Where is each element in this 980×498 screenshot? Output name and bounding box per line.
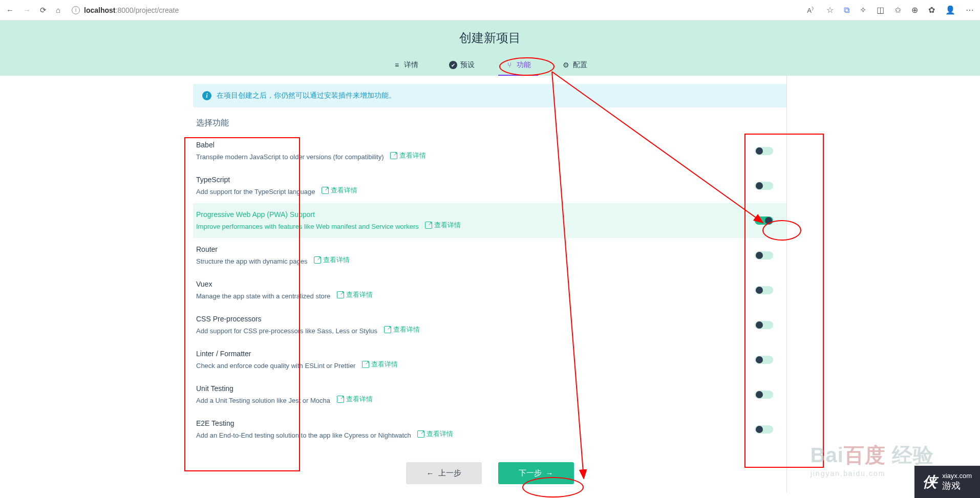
feature-desc: Add support for the TypeScript language <box>196 188 315 196</box>
home-icon[interactable]: ⌂ <box>56 6 60 14</box>
more-icon[interactable]: ⋯ <box>966 5 974 15</box>
refresh-icon[interactable]: ⟳ <box>40 6 47 15</box>
tab-label: 详情 <box>404 60 418 70</box>
feature-toggle[interactable] <box>755 321 773 329</box>
favorites-bar-icon[interactable]: ✩ <box>894 5 901 15</box>
toggle-knob <box>756 426 763 433</box>
tab-branch[interactable]: ⑂功能 <box>498 55 538 75</box>
detail-link[interactable]: 查看详情 <box>337 290 373 299</box>
branch-icon: ⑂ <box>505 61 514 69</box>
feature-title: Router <box>196 245 755 253</box>
feature-toggle[interactable] <box>755 147 773 155</box>
feature-toggle[interactable] <box>755 216 773 225</box>
detail-link[interactable]: 查看详情 <box>314 255 350 265</box>
reader-icon[interactable]: ⧉ <box>844 6 849 15</box>
feature-info: Unit Testing Add a Unit Testing solution… <box>196 384 755 405</box>
back-icon[interactable]: ← <box>6 6 14 14</box>
external-link-icon <box>384 326 391 333</box>
feature-desc: Add an End-to-End testing solution to th… <box>196 431 411 439</box>
footer-buttons: ← 上一步 下一步 → <box>193 462 786 484</box>
detail-link[interactable]: 查看详情 <box>322 186 357 195</box>
tab-gear[interactable]: ⚙配置 <box>555 55 594 75</box>
feature-row[interactable]: TypeScript Add support for the TypeScrip… <box>193 168 786 203</box>
list-icon: ≡ <box>393 61 401 69</box>
tab-bar: ≡详情✔预设⑂功能⚙配置 <box>0 55 980 76</box>
feature-title: E2E Testing <box>196 419 755 427</box>
feature-info: Progressive Web App (PWA) Support Improv… <box>196 210 755 231</box>
info-banner: i 在项目创建之后，你仍然可以通过安装插件来增加功能。 <box>193 84 786 107</box>
arrow-right-icon: → <box>546 469 553 478</box>
text-size-icon[interactable]: A》 <box>807 6 816 14</box>
features-list: Babel Transpile modern JavaScript to old… <box>193 134 786 447</box>
extensions-icon[interactable]: ✧ <box>860 5 866 15</box>
detail-link[interactable]: 查看详情 <box>417 429 453 439</box>
feature-row[interactable]: Unit Testing Add a Unit Testing solution… <box>193 377 786 412</box>
forward-icon[interactable]: → <box>23 6 31 14</box>
sidebar-icon[interactable]: ◫ <box>877 5 884 15</box>
tab-label: 预设 <box>460 60 475 70</box>
detail-link[interactable]: 查看详情 <box>425 221 461 230</box>
page-header: 创建新项目 ≡详情✔预设⑂功能⚙配置 <box>0 20 980 76</box>
feature-row[interactable]: E2E Testing Add an End-to-End testing so… <box>193 412 786 447</box>
external-link-icon <box>417 430 424 438</box>
toggle-knob <box>756 321 763 329</box>
puzzle-icon[interactable]: ✿ <box>928 5 935 15</box>
feature-title: CSS Pre-processors <box>196 315 755 323</box>
feature-row[interactable]: Router Structure the app with dynamic pa… <box>193 238 786 273</box>
detail-link[interactable]: 查看详情 <box>362 360 398 369</box>
feature-info: E2E Testing Add an End-to-End testing so… <box>196 419 755 440</box>
favorite-icon[interactable]: ☆ <box>826 5 834 15</box>
feature-info: Router Structure the app with dynamic pa… <box>196 245 755 266</box>
collections-icon[interactable]: ⊕ <box>911 5 918 15</box>
feature-row[interactable]: CSS Pre-processors Add support for CSS p… <box>193 308 786 342</box>
feature-desc: Transpile modern JavaScript to older ver… <box>196 153 384 161</box>
toggle-knob <box>756 147 763 155</box>
feature-toggle[interactable] <box>755 356 773 364</box>
feature-row[interactable]: Linter / Formatter Check and enforce cod… <box>193 342 786 377</box>
feature-row[interactable]: Vuex Manage the app state with a central… <box>193 273 786 308</box>
toggle-knob <box>756 182 763 189</box>
feature-toggle[interactable] <box>755 391 773 399</box>
detail-link-label: 查看详情 <box>399 151 426 160</box>
address-bar[interactable]: i localhost:8000/project/create <box>67 4 801 16</box>
feature-desc: Add support for CSS pre-processors like … <box>196 327 377 335</box>
toggle-knob <box>765 217 772 224</box>
detail-link-label: 查看详情 <box>331 186 357 195</box>
detail-link-label: 查看详情 <box>346 395 373 404</box>
external-link-icon <box>322 187 329 194</box>
toggle-knob <box>756 356 763 363</box>
feature-desc: Improve performances with features like … <box>196 223 419 230</box>
feature-info: CSS Pre-processors Add support for CSS p… <box>196 315 755 335</box>
url-text: localhost:8000/project/create <box>84 6 179 14</box>
external-link-icon <box>314 256 321 264</box>
detail-link[interactable]: 查看详情 <box>337 395 373 404</box>
detail-link-label: 查看详情 <box>393 325 420 334</box>
detail-link[interactable]: 查看详情 <box>390 151 426 160</box>
feature-toggle[interactable] <box>755 425 773 434</box>
detail-link-label: 查看详情 <box>346 290 373 299</box>
tab-check[interactable]: ✔预设 <box>442 55 482 75</box>
feature-title: Vuex <box>196 280 755 288</box>
feature-toggle[interactable] <box>755 286 773 294</box>
next-button[interactable]: 下一步 → <box>498 462 574 484</box>
feature-title: Unit Testing <box>196 384 755 393</box>
gear-icon: ⚙ <box>562 61 570 69</box>
feature-title: TypeScript <box>196 176 755 184</box>
site-info-icon[interactable]: i <box>72 6 80 14</box>
section-title: 选择功能 <box>196 118 786 128</box>
feature-toggle[interactable] <box>755 251 773 259</box>
feature-row[interactable]: Babel Transpile modern JavaScript to old… <box>193 134 786 168</box>
check-icon: ✔ <box>449 61 457 69</box>
prev-button[interactable]: ← 上一步 <box>406 462 482 484</box>
detail-link[interactable]: 查看详情 <box>384 325 420 334</box>
feature-info: Babel Transpile modern JavaScript to old… <box>196 141 755 161</box>
external-link-icon <box>425 222 432 229</box>
feature-desc: Check and enforce code quality with ESLi… <box>196 362 355 370</box>
feature-toggle[interactable] <box>755 182 773 190</box>
profile-icon[interactable]: 👤 <box>945 5 955 15</box>
feature-desc: Manage the app state with a centralized … <box>196 292 330 300</box>
watermark-xia: 侠 xiayx.com游戏 <box>914 466 980 498</box>
toggle-knob <box>756 391 763 398</box>
feature-row[interactable]: Progressive Web App (PWA) Support Improv… <box>193 203 786 238</box>
tab-list[interactable]: ≡详情 <box>386 55 425 75</box>
